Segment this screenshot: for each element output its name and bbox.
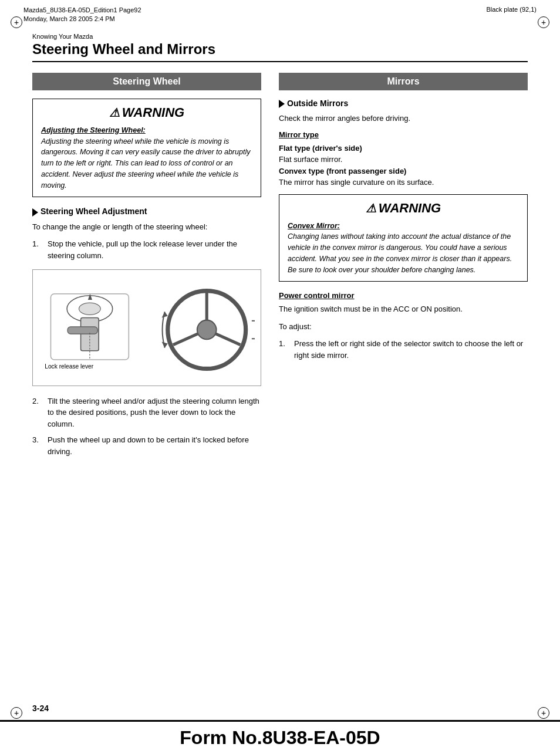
svg-marker-12 — [162, 312, 168, 317]
top-meta: Mazda5_8U38-EA-05D_Edition1 Page92 Monda… — [0, 0, 560, 27]
page-title: Steering Wheel and Mirrors — [32, 41, 528, 58]
outside-mirrors-intro: Check the mirror angles before driving. — [279, 113, 528, 124]
convex-type-desc: The mirror has single curvature on its s… — [279, 178, 434, 187]
steering-adjustment-title: Steering Wheel Adjustment — [32, 207, 261, 216]
warning-text-2: Changing lanes without taking into accou… — [288, 232, 512, 273]
triangle-bullet-icon — [32, 208, 38, 217]
warning-triangle-icon-1: ⚠ — [109, 106, 120, 120]
warning-title-2: ⚠WARNING — [288, 201, 519, 216]
footer-form-number: Form No.8U38-EA-05D — [180, 727, 380, 749]
triangle-bullet-icon-2 — [279, 100, 285, 108]
flat-type-desc: Flat surface mirror. — [279, 155, 342, 164]
steering-intro: To change the angle or length of the ste… — [32, 221, 261, 233]
page-content: Knowing Your Mazda Steering Wheel and Mi… — [0, 27, 560, 475]
flat-type-label: Flat type (driver's side) — [279, 144, 362, 153]
reg-mark-top-right — [538, 16, 549, 28]
meta-line2: Monday, March 28 2005 2:4 PM — [23, 15, 141, 23]
warning-heading-1: Adjusting the Steering Wheel: — [41, 126, 146, 134]
warning-title-1: ⚠WARNING — [41, 105, 252, 120]
top-meta-left: Mazda5_8U38-EA-05D_Edition1 Page92 Monda… — [23, 6, 141, 24]
warning-triangle-icon-2: ⚠ — [366, 201, 376, 215]
reg-mark-top-left — [11, 16, 22, 28]
meta-line1: Mazda5_8U38-EA-05D_Edition1 Page92 — [23, 6, 141, 15]
steering-diagram: Lock release lever — [32, 269, 261, 386]
svg-marker-13 — [162, 342, 168, 348]
title-rule — [32, 61, 528, 62]
lock-release-label: Lock release lever — [45, 364, 94, 370]
warning-heading-2: Convex Mirror: — [288, 222, 340, 230]
step-1-text: Stop the vehicle, pull up the lock relea… — [48, 238, 261, 261]
step-2-num: 2. — [32, 395, 43, 430]
step-3: 3. Push the wheel up and down to be cert… — [32, 434, 261, 457]
two-col-layout: Steering Wheel ⚠WARNING Adjusting the St… — [32, 73, 528, 464]
mirror-type-heading: Mirror type — [279, 130, 528, 139]
power-control-intro: The ignition switch must be in the ACC o… — [279, 303, 528, 315]
steering-wheel-section-bar: Steering Wheel — [32, 73, 261, 90]
reg-mark-bottom-right — [538, 707, 549, 719]
outside-mirrors-title: Outside Mirrors — [279, 99, 528, 108]
warning-box-2: ⚠WARNING Convex Mirror: Changing lanes w… — [279, 194, 528, 282]
step-2: 2. Tilt the steering wheel and/or adjust… — [32, 395, 261, 430]
reg-mark-bottom-left — [11, 707, 22, 719]
flat-type-block: Flat type (driver's side) Flat surface m… — [279, 143, 528, 188]
adjust-steps-list: 1. Press the left or right side of the s… — [279, 338, 528, 361]
breadcrumb: Knowing Your Mazda — [32, 33, 528, 40]
page-outer: Mazda5_8U38-EA-05D_Edition1 Page92 Monda… — [0, 0, 560, 754]
steering-diagram-svg: Lock release lever — [39, 276, 255, 378]
col-left: Steering Wheel ⚠WARNING Adjusting the St… — [32, 73, 261, 464]
svg-point-11 — [197, 320, 217, 340]
to-adjust-label: To adjust: — [279, 321, 528, 333]
warning-text-1: Adjusting the steering wheel while the v… — [41, 137, 250, 190]
warning-body-1: Adjusting the Steering Wheel: Adjusting … — [41, 125, 252, 191]
power-control-heading: Power control mirror — [279, 291, 528, 300]
step-3-text: Push the wheel up and down to be certain… — [48, 434, 261, 457]
svg-rect-4 — [68, 327, 97, 334]
meta-right: Black plate (92,1) — [486, 6, 537, 13]
convex-type-label: Convex type (front passenger side) — [279, 167, 406, 175]
col-right: Mirrors Outside Mirrors Check the mirror… — [279, 73, 528, 464]
adjust-step-1-num: 1. — [279, 338, 289, 361]
step-1: 1. Stop the vehicle, pull up the lock re… — [32, 238, 261, 261]
warning-box-1: ⚠WARNING Adjusting the Steering Wheel: A… — [32, 99, 261, 198]
step-3-num: 3. — [32, 434, 43, 457]
mirrors-section-bar: Mirrors — [279, 73, 528, 90]
warning-body-2: Convex Mirror: Changing lanes without ta… — [288, 221, 519, 276]
adjust-step-1: 1. Press the left or right side of the s… — [279, 338, 528, 361]
steering-steps-list: 1. Stop the vehicle, pull up the lock re… — [32, 238, 261, 261]
svg-marker-14 — [252, 316, 255, 321]
steering-steps-list-2: 2. Tilt the steering wheel and/or adjust… — [32, 395, 261, 458]
svg-point-2 — [79, 303, 100, 315]
svg-marker-5 — [88, 294, 92, 300]
page-number: 3-24 — [32, 704, 49, 713]
adjust-step-1-text: Press the left or right side of the sele… — [294, 338, 528, 361]
step-2-text: Tilt the steering wheel and/or adjust th… — [48, 395, 261, 430]
footer-bar: Form No.8U38-EA-05D — [0, 720, 560, 754]
step-1-num: 1. — [32, 238, 43, 261]
